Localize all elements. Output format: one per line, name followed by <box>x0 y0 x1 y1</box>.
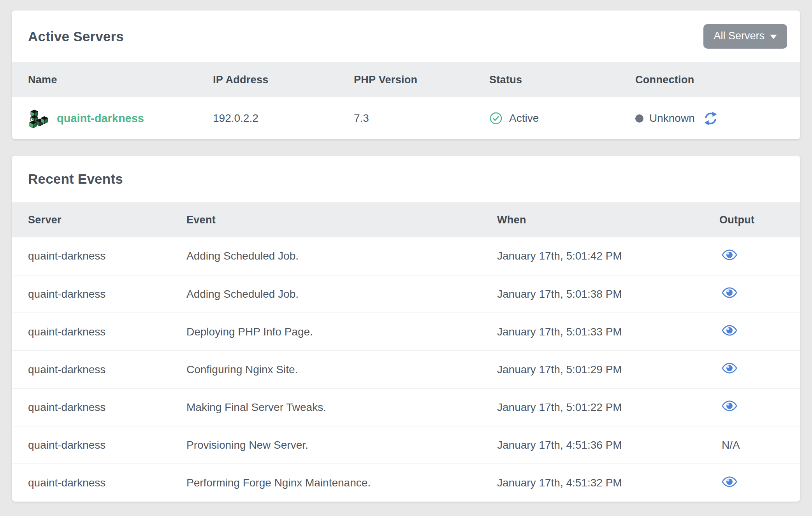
active-servers-card: Active Servers All Servers Name IP Addre… <box>12 11 800 139</box>
green-cubes-server-icon <box>28 108 48 129</box>
view-output-button[interactable] <box>719 476 737 488</box>
event-timestamp: January 17th, 5:01:42 PM <box>497 237 719 275</box>
event-description: Configuring Nginx Site. <box>186 351 497 388</box>
server-row: quaint-darkness 192.0.2.2 7.3 Active <box>12 97 800 139</box>
view-output-button[interactable] <box>719 362 737 374</box>
caret-down-icon <box>770 35 777 39</box>
col-header-name: Name <box>12 62 213 97</box>
active-servers-header: Active Servers All Servers <box>12 11 800 62</box>
col-header-connection: Connection <box>635 62 800 97</box>
server-connection-label: Unknown <box>649 112 695 125</box>
all-servers-dropdown-label: All Servers <box>714 30 765 42</box>
event-row: quaint-darkness Provisioning New Server.… <box>12 426 800 464</box>
event-timestamp: January 17th, 4:51:32 PM <box>497 464 719 502</box>
event-timestamp: January 17th, 5:01:22 PM <box>497 388 719 426</box>
recent-events-header: Recent Events <box>12 156 800 202</box>
active-servers-title: Active Servers <box>28 29 124 44</box>
gray-dot-icon <box>635 114 643 123</box>
event-timestamp: January 17th, 5:01:38 PM <box>497 275 719 313</box>
events-table: Server Event When Output quaint-darkness… <box>12 202 800 502</box>
refresh-connection-button[interactable] <box>703 111 718 126</box>
col-header-status: Status <box>489 62 635 97</box>
view-output-button[interactable] <box>719 249 737 261</box>
event-description: Making Final Server Tweaks. <box>186 388 497 426</box>
eye-icon <box>722 325 737 336</box>
eye-icon <box>722 476 737 488</box>
event-server-name: quaint-darkness <box>12 313 186 351</box>
col-header-ip-address: IP Address <box>213 62 354 97</box>
server-ip-address: 192.0.2.2 <box>213 97 354 139</box>
output-na-label: N/A <box>719 439 740 451</box>
event-description: Adding Scheduled Job. <box>186 275 497 313</box>
recent-events-card: Recent Events Server Event When Output q… <box>12 156 800 502</box>
event-row: quaint-darkness Performing Forge Nginx M… <box>12 464 800 502</box>
servers-table: Name IP Address PHP Version Status Conne… <box>12 62 800 139</box>
eye-icon <box>722 249 737 261</box>
event-server-name: quaint-darkness <box>12 237 186 275</box>
check-circle-icon <box>489 112 503 125</box>
event-row: quaint-darkness Configuring Nginx Site. … <box>12 351 800 388</box>
all-servers-dropdown-button[interactable]: All Servers <box>703 24 787 49</box>
col-header-php-version: PHP Version <box>354 62 489 97</box>
recent-events-title: Recent Events <box>28 171 123 187</box>
event-row: quaint-darkness Adding Scheduled Job. Ja… <box>12 275 800 313</box>
event-server-name: quaint-darkness <box>12 388 186 426</box>
event-row: quaint-darkness Making Final Server Twea… <box>12 388 800 426</box>
event-description: Adding Scheduled Job. <box>186 237 497 275</box>
server-php-version: 7.3 <box>354 97 489 139</box>
view-output-button[interactable] <box>719 325 737 336</box>
event-row: quaint-darkness Adding Scheduled Job. Ja… <box>12 237 800 275</box>
eye-icon <box>722 287 737 298</box>
col-header-server: Server <box>12 202 186 237</box>
event-server-name: quaint-darkness <box>12 275 186 313</box>
server-name-link[interactable]: quaint-darkness <box>57 112 144 125</box>
event-timestamp: January 17th, 5:01:33 PM <box>497 313 719 351</box>
event-description: Provisioning New Server. <box>186 426 497 464</box>
servers-table-header-row: Name IP Address PHP Version Status Conne… <box>12 62 800 97</box>
events-table-body: quaint-darkness Adding Scheduled Job. Ja… <box>12 237 800 502</box>
col-header-event: Event <box>186 202 497 237</box>
event-server-name: quaint-darkness <box>12 426 186 464</box>
view-output-button[interactable] <box>719 287 737 298</box>
eye-icon <box>722 400 737 412</box>
dashboard-page: Active Servers All Servers Name IP Addre… <box>0 0 812 502</box>
refresh-icon <box>703 111 718 126</box>
event-server-name: quaint-darkness <box>12 351 186 388</box>
event-description: Deploying PHP Info Page. <box>186 313 497 351</box>
col-header-when: When <box>497 202 719 237</box>
col-header-output: Output <box>719 202 800 237</box>
events-table-header-row: Server Event When Output <box>12 202 800 237</box>
event-row: quaint-darkness Deploying PHP Info Page.… <box>12 313 800 351</box>
event-description: Performing Forge Nginx Maintenance. <box>186 464 497 502</box>
event-timestamp: January 17th, 5:01:29 PM <box>497 351 719 388</box>
server-status-label: Active <box>509 112 539 125</box>
event-timestamp: January 17th, 4:51:36 PM <box>497 426 719 464</box>
eye-icon <box>722 362 737 374</box>
event-server-name: quaint-darkness <box>12 464 186 502</box>
view-output-button[interactable] <box>719 400 737 412</box>
